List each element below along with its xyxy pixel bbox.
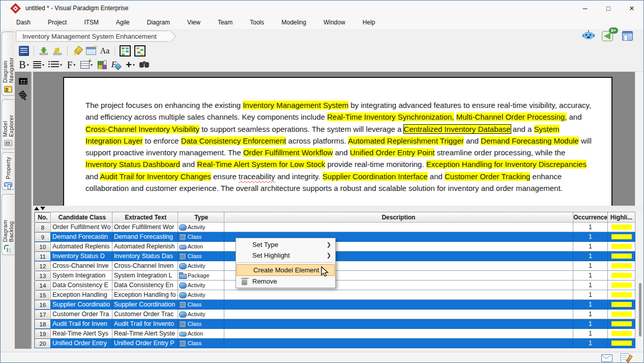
color-palette-button[interactable]: [96, 59, 108, 71]
occurrence-cell: 1: [573, 232, 608, 242]
row-number-cell[interactable]: 12: [35, 261, 51, 271]
context-menu-item-set-type[interactable]: Set Type❯: [236, 239, 335, 250]
menu-item-agile[interactable]: Agile: [107, 17, 138, 28]
find-binoculars-button[interactable]: [138, 59, 151, 71]
highlight-color-cell[interactable]: [608, 271, 635, 281]
highlight-color-cell[interactable]: [608, 232, 635, 242]
menu-item-itsm[interactable]: ITSM: [75, 17, 107, 28]
menu-item-modeling[interactable]: Modeling: [273, 17, 315, 28]
col-header-description[interactable]: Description: [224, 212, 573, 222]
highlight-color-cell[interactable]: [608, 242, 635, 252]
col-header-no[interactable]: No.: [35, 212, 51, 222]
menu-item-tools[interactable]: Tools: [241, 17, 273, 28]
insert-table-button[interactable]: ▾: [79, 59, 94, 71]
row-number-cell[interactable]: 13: [35, 271, 51, 281]
panel-splitter[interactable]: [32, 206, 644, 212]
highlight-color-cell[interactable]: [608, 222, 635, 232]
splitter-up-icon[interactable]: [34, 207, 39, 210]
font-button[interactable]: F▾: [65, 59, 77, 71]
assistant-robot-icon[interactable]: [582, 30, 596, 42]
maximize-button[interactable]: □: [597, 1, 620, 16]
highlight-color-cell[interactable]: [608, 329, 635, 339]
close-button[interactable]: ✕: [620, 1, 643, 16]
highlight-color-cell[interactable]: [608, 300, 635, 310]
add-button[interactable]: +▾: [124, 59, 136, 71]
minimize-button[interactable]: ─: [573, 1, 597, 16]
menu-item-team[interactable]: Team: [209, 17, 241, 28]
import-icon[interactable]: [38, 45, 50, 57]
marker-brush-icon[interactable]: [17, 90, 29, 102]
row-number-cell[interactable]: 15: [35, 290, 51, 300]
col-header-type[interactable]: Type: [178, 212, 224, 222]
align-button[interactable]: ▾: [32, 59, 45, 71]
mail-icon[interactable]: [601, 354, 612, 362]
diagram-canvas[interactable]: The project focuses on enhancing the exi…: [33, 72, 635, 206]
font-style-icon[interactable]: Aa: [99, 45, 111, 57]
announcements-icon[interactable]: 9+: [602, 30, 615, 42]
activity-type-icon: [179, 311, 186, 318]
font-effect-button[interactable]: F: [110, 59, 122, 71]
row-number-cell[interactable]: 14: [35, 281, 51, 290]
highlight-color-cell[interactable]: [608, 252, 635, 261]
export-icon[interactable]: [51, 45, 64, 57]
highlight-color-cell[interactable]: [608, 319, 635, 329]
highlight-color-cell[interactable]: [608, 310, 635, 319]
sidebar-tab-model-explorer[interactable]: Model Explorer: [2, 99, 14, 149]
menu-item-help[interactable]: Help: [354, 17, 384, 28]
col-header-highlight[interactable]: Highli...: [608, 212, 635, 222]
col-header-extracted[interactable]: Extracted Text: [112, 212, 178, 222]
menu-item-dash[interactable]: Dash: [8, 17, 39, 28]
highlighted-term: Data Consistency Enforcement: [181, 136, 286, 145]
row-number-cell[interactable]: 20: [35, 339, 51, 348]
grid-table-icon[interactable]: [17, 75, 29, 87]
highlighted-term: Supplier Coordination Interface: [323, 172, 428, 181]
diagram-layout-icon[interactable]: [133, 45, 147, 57]
table-row[interactable]: 8Order Fulfillment WoOrder Fulfillment W…: [35, 222, 635, 232]
candidate-class-panel: No. Candidate Class Extracted Text Type …: [32, 212, 644, 352]
row-number-cell[interactable]: 16: [35, 300, 51, 310]
row-number-cell[interactable]: 19: [35, 329, 51, 339]
menu-item-window[interactable]: Window: [315, 17, 354, 28]
table-row[interactable]: 17Customer Order TraCustomer Order TracA…: [35, 310, 635, 319]
col-header-candidate[interactable]: Candidate Class: [51, 212, 112, 222]
highlight-color-cell[interactable]: [608, 261, 635, 271]
window-title: untitled * - Visual Paradigm Enterprise: [25, 5, 129, 12]
sidebar-tab-diagram-backlog[interactable]: Diagram Backlog: [2, 194, 14, 255]
panel-layout-icon[interactable]: [621, 30, 634, 42]
new-window-icon[interactable]: [85, 45, 97, 57]
highlight-color-cell[interactable]: [608, 281, 635, 290]
table-scrollbar-thumb[interactable]: [639, 283, 641, 337]
highlight-color-cell[interactable]: [608, 339, 635, 348]
highlight-color-cell[interactable]: [608, 290, 635, 300]
list-button[interactable]: ▾: [47, 59, 63, 71]
notes-icon[interactable]: [621, 353, 629, 363]
table-row[interactable]: 18Audit Trail for InvenAudit Trail for I…: [35, 319, 635, 329]
splitter-down-icon[interactable]: [40, 207, 45, 210]
menu-item-diagram[interactable]: Diagram: [138, 17, 179, 28]
bold-button[interactable]: B▾: [18, 59, 30, 71]
table-row[interactable]: 16Supplier CoordinatioSupplier Coordinat…: [35, 300, 635, 310]
table-scrollbar[interactable]: [637, 212, 643, 349]
row-number-cell[interactable]: 18: [35, 319, 51, 329]
type-cell: Action: [178, 329, 224, 339]
table-row[interactable]: 19Real-Time Alert SysReal-Time Alert Sys…: [35, 329, 635, 339]
type-label: Class: [188, 234, 202, 240]
menu-item-project[interactable]: Project: [39, 17, 75, 28]
row-number-cell[interactable]: 8: [35, 222, 51, 232]
diagram-overview-icon[interactable]: [119, 45, 132, 57]
highlighter-icon[interactable]: [71, 45, 83, 57]
breadcrumb[interactable]: Inventory Management System Enhancement: [16, 31, 168, 42]
sidebar-tab-diagram-navigator[interactable]: Diagram Navigator: [2, 32, 14, 96]
row-number-cell[interactable]: 9: [35, 232, 51, 242]
context-menu-item-set-highlight[interactable]: Set Highlight❯: [236, 250, 335, 261]
table-row[interactable]: 20Unified Order EntryUnified Order Entry…: [35, 339, 635, 348]
row-number-cell[interactable]: 10: [35, 242, 51, 252]
textual-analysis-doc-icon[interactable]: [18, 45, 30, 57]
sidebar-tab-property[interactable]: Property: [2, 152, 14, 190]
row-number-cell[interactable]: 17: [35, 310, 51, 319]
document-scrollbar[interactable]: [635, 72, 642, 206]
col-header-occurrence[interactable]: Occurrence: [573, 212, 608, 222]
menu-item-view[interactable]: View: [179, 17, 209, 28]
row-number-cell[interactable]: 11: [35, 252, 51, 261]
table-row[interactable]: 15Exception HandlingException Handling f…: [35, 290, 635, 300]
